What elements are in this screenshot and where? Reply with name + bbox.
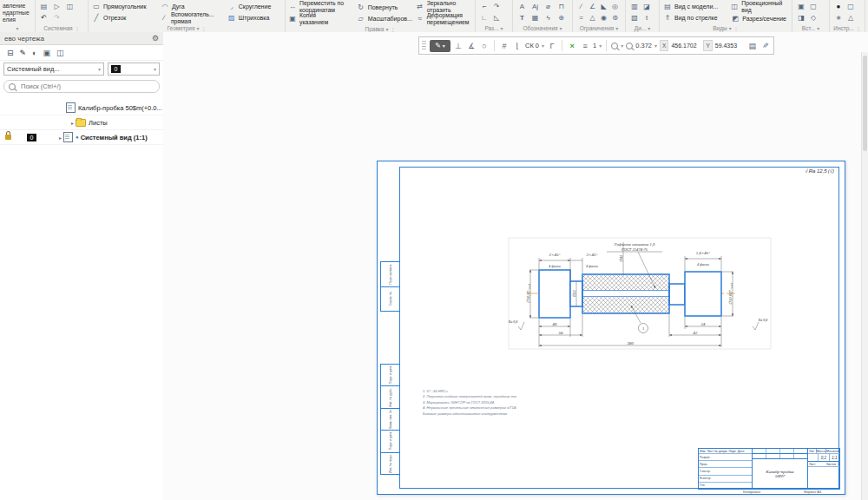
- rectangle-button[interactable]: ▭Прямоугольник: [91, 2, 157, 12]
- dim-triangle-button[interactable]: ◺: [491, 13, 503, 23]
- layer-state-badge[interactable]: 0: [27, 134, 36, 141]
- grid-toggle-button[interactable]: #: [499, 42, 510, 50]
- constraint-line-button[interactable]: ∕: [575, 2, 587, 12]
- overflow-icon[interactable]: ⋮: [201, 25, 206, 31]
- constraint-tangent-button[interactable]: ⊚: [609, 13, 621, 23]
- mirror-button[interactable]: ⇄Зеркальноотразить: [416, 1, 472, 12]
- drawing-canvas[interactable]: ✎▾ ⊥ ∡ ○ # ⌊ СК 0 ▾ Γ × ≡ 1 ▾ ▾ 0.372 ▾ …: [163, 32, 868, 500]
- insert-image-button[interactable]: ▣: [796, 2, 807, 12]
- projection-view-button[interactable]: ◫Проекционныйвид: [730, 1, 789, 12]
- group-dim-button[interactable]: ⊓: [556, 2, 567, 12]
- diag-3-button[interactable]: ▧: [629, 13, 641, 23]
- insert-object-button[interactable]: ◇: [808, 13, 819, 23]
- thumbnail-icon[interactable]: ▣: [43, 49, 51, 57]
- view-from-model-button[interactable]: ▤Вид с модели...: [662, 2, 727, 12]
- print-button[interactable]: ▤: [38, 2, 49, 12]
- expand-arrow-icon[interactable]: ▸: [71, 120, 74, 126]
- tools-1-button[interactable]: ●: [833, 2, 845, 12]
- leader-button[interactable]: ϟ: [542, 13, 554, 23]
- diag-2-button[interactable]: ◪: [641, 2, 653, 12]
- chevron-down-icon[interactable]: ▾: [385, 26, 388, 32]
- hatch-button[interactable]: ▨Штриховка: [227, 13, 282, 23]
- zoom-level-value[interactable]: 0.372: [635, 42, 652, 49]
- arc-button[interactable]: ◠Дуга: [160, 1, 224, 11]
- auxiliary-line-button[interactable]: ∕Вспомогатель...прямая: [160, 12, 224, 23]
- chevron-down-icon[interactable]: ▾: [654, 43, 657, 49]
- scale-button[interactable]: ▱Масштабиров...: [356, 13, 413, 23]
- insert-view-button[interactable]: ◨: [796, 13, 807, 23]
- lock-icon[interactable]: [5, 135, 11, 140]
- constraint-angle-button[interactable]: ∠: [587, 2, 598, 12]
- overflow-icon[interactable]: ⋮: [390, 26, 395, 32]
- diag-1-button[interactable]: ▥: [629, 2, 641, 12]
- chevron-down-icon[interactable]: ▾: [729, 25, 732, 31]
- style-panel-icon[interactable]: ▤: [747, 42, 758, 50]
- tools-2-button[interactable]: ▢: [845, 2, 857, 12]
- chevron-down-icon[interactable]: ▾: [817, 25, 819, 31]
- eyedropper-icon[interactable]: ✎: [760, 42, 771, 50]
- zoom-area-icon[interactable]: [611, 43, 618, 49]
- move-by-coords-button[interactable]: ↔Переместить покоординатам: [288, 1, 353, 12]
- snaps-button[interactable]: ✎▾: [430, 40, 450, 52]
- filter-icon[interactable]: ◐: [32, 49, 36, 57]
- text-button[interactable]: T: [516, 13, 528, 23]
- tree-structure-icon[interactable]: ⊟: [7, 49, 14, 57]
- rounding-toggle-button[interactable]: ×: [567, 42, 577, 50]
- section-button[interactable]: ◩Разрез/сечение: [730, 13, 789, 23]
- rotate-button[interactable]: ↻Повернуть: [356, 2, 413, 12]
- chevron-down-icon[interactable]: ▾: [542, 43, 544, 49]
- diag-4-button[interactable]: t: [641, 13, 653, 23]
- marker-icon[interactable]: ✎: [20, 49, 27, 57]
- constraint-triangle-button[interactable]: △: [587, 13, 598, 23]
- linear-dim-button[interactable]: A: [516, 2, 528, 12]
- constraint-equal-button[interactable]: =: [575, 13, 587, 23]
- deformation-button[interactable]: ≈Деформацияперемещением: [416, 13, 472, 24]
- view-by-arrow-button[interactable]: ⇑Вид по стрелке: [662, 13, 727, 23]
- search-box[interactable]: [3, 80, 160, 93]
- diameter-dim-button[interactable]: ⌀: [542, 2, 554, 12]
- chevron-down-icon[interactable]: ▾: [599, 43, 602, 49]
- preview-button[interactable]: ▷: [51, 2, 62, 12]
- drawing-view[interactable]: 1 2×45° 4 фаски 3×45° 4 фаски 1,6×45° 4 …: [378, 161, 845, 494]
- standard-parts-button[interactable]: ндартные: [3, 10, 30, 16]
- dim-corner-button[interactable]: ⌐: [479, 2, 490, 12]
- snap-perpendicular-button[interactable]: ⊥: [453, 42, 464, 50]
- chevron-down-icon[interactable]: ▾: [648, 25, 650, 31]
- table-button[interactable]: ▦: [529, 13, 541, 23]
- constraint-fix-button[interactable]: ◣: [598, 2, 609, 12]
- layer-selector[interactable]: 0 ▾: [108, 62, 160, 76]
- tools-4-button[interactable]: △: [845, 13, 857, 23]
- snap-angle-button[interactable]: ∡: [466, 42, 477, 50]
- toolbar-grip[interactable]: [422, 41, 426, 51]
- copy-by-indication-button[interactable]: ▣Копияуказанием: [288, 13, 353, 24]
- search-input[interactable]: [19, 82, 155, 91]
- management-button[interactable]: авление: [3, 3, 30, 9]
- datum-button[interactable]: ⊕: [556, 13, 567, 23]
- chevron-down-icon[interactable]: ▾: [196, 25, 199, 31]
- overflow-icon[interactable]: ⋮: [856, 25, 861, 31]
- dim-arc-button[interactable]: ↷: [491, 2, 503, 12]
- tree-item-sheets[interactable]: ▸ Листы: [0, 115, 163, 130]
- segment-button[interactable]: ╱Отрезок: [91, 13, 157, 23]
- current-layer-value[interactable]: 1: [593, 42, 596, 49]
- overflow-icon[interactable]: ⋮: [733, 25, 739, 31]
- gear-icon[interactable]: ⚙: [152, 34, 159, 43]
- expand-arrow-icon[interactable]: ▸: [59, 135, 62, 141]
- chevron-down-icon[interactable]: ▾: [501, 25, 503, 31]
- scrollbar-thumb[interactable]: [863, 56, 867, 151]
- vertical-scrollbar[interactable]: [861, 52, 868, 500]
- chevron-down-icon[interactable]: ▾: [560, 25, 562, 31]
- aligned-dim-button[interactable]: Aj: [529, 2, 541, 12]
- save-button[interactable]: ◫: [64, 2, 76, 12]
- coordinate-system-value[interactable]: СК 0: [525, 42, 539, 49]
- preview-icon[interactable]: ◫: [56, 49, 64, 57]
- insert-fragment-button[interactable]: ▢: [808, 2, 819, 12]
- chevron-down-icon[interactable]: ▾: [615, 25, 618, 31]
- tools-3-button[interactable]: ∗: [833, 13, 845, 23]
- view-selector[interactable]: Системный вид... ▾: [3, 62, 104, 76]
- snap-nearest-button[interactable]: ○: [479, 42, 490, 50]
- fillet-button[interactable]: ◞Скругление: [227, 2, 282, 12]
- overflow-icon[interactable]: ⋮: [75, 25, 80, 31]
- drawing-sheet[interactable]: √Ra 12,5(√) Перв. примен. Справ. № Подп.…: [377, 161, 845, 495]
- ortho-mode-button[interactable]: Γ: [547, 42, 557, 50]
